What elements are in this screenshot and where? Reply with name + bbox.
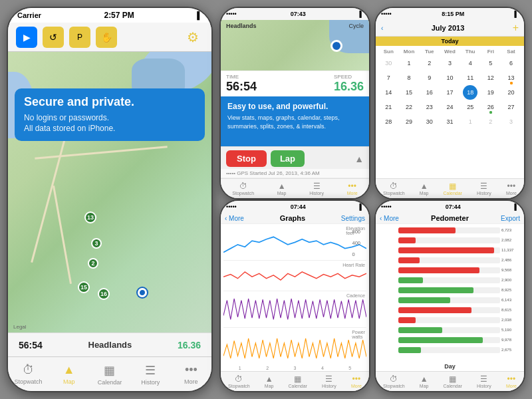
tab-calendar[interactable]: ▦ Calendar [93,363,126,386]
pedo-track-4 [398,257,500,263]
gr-tab-history[interactable]: ☰ History [322,374,336,388]
graphs-back[interactable]: ‹ More [225,215,244,222]
tab-stopwatch-label: Stopwatch [15,378,43,385]
graphs-header: ‹ More Graphs Settings [221,213,369,224]
cal-tab-map[interactable]: ▲ Map [420,182,429,196]
cal-tab-history[interactable]: ☰ History [477,182,491,196]
calendar-back-icon[interactable]: ‹ [381,25,383,32]
speed-stat: SPEED 16.36 [334,74,364,94]
elapsed-time-left: 56:54 [19,340,43,350]
mini-map-icon: ▲ [278,182,286,191]
mini-tab-map[interactable]: ▲ Map [277,182,287,196]
pedo-content: 6,723 2,082 11,337 2 [376,224,524,362]
easy-callout: Easy to use, and powerful. View stats, m… [221,96,369,147]
lap-button[interactable]: Lap [271,150,305,167]
settings-button[interactable]: ⚙ [182,27,203,48]
pedo-fill-12 [398,337,483,343]
mini-history-icon: ☰ [313,182,321,191]
calendar-icon: ▦ [104,363,115,378]
calendar-header: ‹ July 2013 + [376,20,524,37]
tab-more-label: More [184,378,198,385]
gr-tab-calendar[interactable]: ▦ Calendar [289,374,307,388]
pd-stopwatch-icon: ⏱ [390,374,398,384]
gr-map-icon: ▲ [265,374,273,384]
pedo-bar-5: 9,568 [378,265,521,275]
pd-tab-stopwatch[interactable]: ⏱ Stopwatch [383,374,405,388]
graphs-settings[interactable]: Settings [341,215,365,222]
parking-button[interactable]: P [69,27,90,48]
mini-tab-more[interactable]: ••• More [347,182,358,196]
cadence-graph: Cadence [223,293,366,328]
mini-stopwatch-label: Stopwatch [232,191,254,196]
stop-button[interactable]: Stop [226,150,267,167]
gr-tab-map[interactable]: ▲ Map [265,374,274,388]
cal-tab-calendar[interactable]: ▦ Calendar [444,182,462,196]
gr-more-icon: ••• [352,374,361,384]
status-bar-top-left: ••••• 07:43 ▌ [221,8,369,20]
pedo-header: ‹ More Pedometer Export [376,213,524,224]
battery-tl: ▌ [360,11,364,17]
speed-label: SPEED [334,74,364,80]
mini-map-tl[interactable]: Headlands Cycle [221,20,369,70]
cal-tab-more[interactable]: ••• More [506,182,517,196]
refresh-button[interactable]: ↺ [43,27,64,48]
pd-tab-calendar[interactable]: ▦ Calendar [444,374,462,388]
calendar-add-button[interactable]: + [513,22,519,34]
map-area-left[interactable]: 13 3 2 15 16 Secure and private. No logi… [8,52,211,332]
callout-area: Easy to use, and powerful. View stats, m… [221,96,369,147]
elevation-graph: Elevationfeet 800 400 0 [223,225,366,261]
status-bar-top-right: ••••• 8:15 PM ▌ [376,8,524,20]
chevron-up-icon[interactable]: ▲ [354,154,364,164]
pedo-track-1 [398,227,500,233]
cal-map-icon: ▲ [420,182,428,191]
tab-history[interactable]: ☰ History [134,363,167,386]
time-tr: 8:15 PM [442,11,464,17]
hand-button[interactable]: ✋ [96,27,117,48]
mini-more-label: More [347,191,358,196]
power-graph: Powerwatts [223,329,366,364]
cal-week-4: 21 22 23 24 25 26 27 [378,100,521,114]
pd-tab-more[interactable]: ••• More [506,374,517,388]
gr-history-icon: ☰ [325,374,332,384]
pedo-bar-11: 5,190 [378,325,521,334]
location-button[interactable]: ▶ [16,27,37,48]
gr-tab-more[interactable]: ••• More [351,374,362,388]
tab-stopwatch[interactable]: ⏱ Stopwatch [12,363,45,385]
pedo-back[interactable]: ‹ More [380,215,399,222]
pedo-title: Pedometer [431,214,469,222]
cal-tab-stopwatch[interactable]: ⏱ Stopwatch [383,182,405,196]
callout-title: Secure and private. [24,95,196,110]
tab-more[interactable]: ••• More [174,363,207,385]
elevation-label: Elevationfeet [346,226,365,235]
pedo-export[interactable]: Export [501,215,520,222]
mini-tab-stopwatch[interactable]: ⏱ Stopwatch [232,182,254,196]
today-tab[interactable]: Today [376,37,524,46]
route-dot-13: 13 [84,211,96,223]
tab-map[interactable]: ▲ Map [53,363,86,385]
signal-dots-tl: ••••• [226,11,237,17]
battery-tr: ▌ [515,11,519,17]
pedo-bar-10: 2,038 [378,315,521,325]
pedo-fill-1 [398,227,456,233]
pedo-bar-4: 2,486 [378,255,521,265]
pd-tab-history[interactable]: ☰ History [477,374,491,388]
bottom-tabs-left: ⏱ Stopwatch ▲ Map ▦ Calendar ☰ History •… [8,356,211,391]
status-bar-left: Carrier 2:57 PM ▌ [8,8,211,23]
cadence-chart [223,293,366,327]
callout-easy-title: Easy to use, and powerful. [227,102,362,112]
carrier-label: Carrier [17,11,41,19]
mini-tabs-br: ⏱ Stopwatch ▲ Map ▦ Calendar ☰ History [376,371,524,391]
pd-tab-map[interactable]: ▲ Map [420,374,429,388]
time-tl: 07:43 [291,11,306,17]
battery-bl: ▌ [360,203,364,210]
calendar-grid: Sun Mon Tue Wed Thu Fri Sat 30 1 2 3 [376,46,524,130]
mini-tab-history[interactable]: ☰ History [309,182,324,196]
gr-stopwatch-icon: ⏱ [235,374,243,384]
history-icon: ☰ [145,363,156,378]
cal-week-2: 7 8 9 10 11 12 13 [378,70,521,85]
map-icon: ▲ [63,363,75,377]
gr-tab-stopwatch[interactable]: ⏱ Stopwatch [228,374,250,388]
pedo-fill-4 [398,257,420,263]
time-value: 56:54 [226,80,257,94]
pedo-fill-2 [398,237,416,243]
